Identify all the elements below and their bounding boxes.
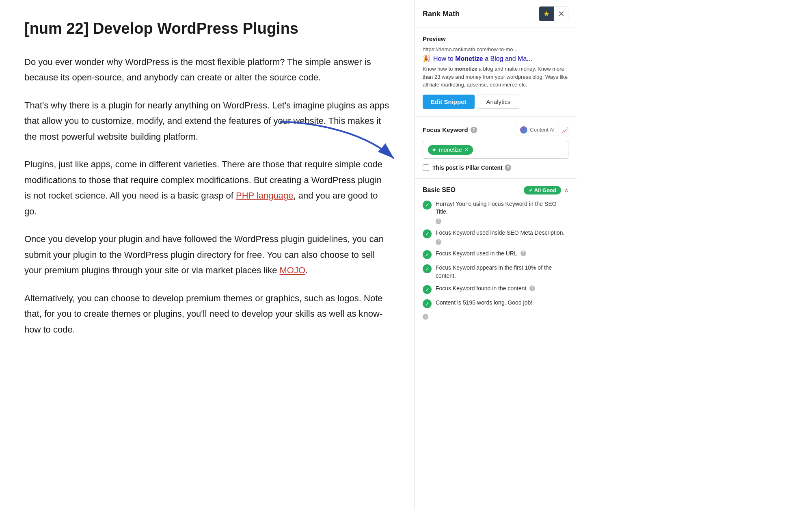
focus-keyword-label: Focus Keyword ? [423,126,477,133]
preview-description: Know how to monetize a blog and make mon… [423,65,568,89]
sidebar-header-left: Rank Math [423,10,460,18]
close-icon: ✕ [558,9,565,19]
basic-seo-header[interactable]: Basic SEO ✓ All Good ∧ [423,186,568,194]
basic-seo-header-right: ✓ All Good ∧ [524,186,568,194]
collapse-icon: ∧ [564,187,568,193]
pillar-help-icon[interactable]: ? [505,164,511,171]
focus-keyword-actions: Content AI 📈 [516,124,568,136]
preview-title-bold: Monetize [455,55,483,62]
seo-check-3: ✓ Focus Keyword used in the URL. ? [423,250,568,259]
paragraph-2: That's why there is a plugin for nearly … [24,98,390,145]
content-ai-icon [520,126,527,134]
focus-keyword-help-icon[interactable]: ? [471,127,477,133]
seo-check-1: ✓ Hurray! You're using Focus Keyword in … [423,200,568,224]
trend-icon: 📈 [561,127,568,133]
star-icon: ★ [543,9,550,18]
content-ai-button[interactable]: Content AI [516,124,559,136]
main-content: [num 22] Develop WordPress Plugins Do yo… [0,0,414,510]
pillar-content-row: This post is Pillar Content ? [423,164,568,171]
keyword-input-area[interactable]: ★ monetize ✕ [423,141,568,159]
preview-url: https://demo.rankmath.com/how-to-mo... [423,46,568,52]
check-help-3[interactable]: ? [520,251,526,256]
paragraph-4: Once you develop your plugin and have fo… [24,231,390,279]
check-text-5: Focus Keyword found in the content. ? [436,285,535,293]
preview-buttons: Edit Snippet Analytics [423,95,568,109]
check-help-1[interactable]: ? [436,218,441,224]
paragraph-1: Do you ever wonder why WordPress is the … [24,54,390,86]
check-text-1: Hurray! You're using Focus Keyword in th… [436,200,568,224]
check-icon-6: ✓ [423,299,432,308]
seo-check-5: ✓ Focus Keyword found in the content. ? [423,285,568,294]
check-icon-4: ✓ [423,264,432,273]
post-title: [num 22] Develop WordPress Plugins [24,19,390,38]
all-good-badge: ✓ All Good [524,186,561,194]
check-help-5[interactable]: ? [529,285,535,291]
basic-seo-title: Basic SEO [423,186,456,194]
preview-title-text: How to Monetize a Blog and Ma... [433,55,532,63]
rank-math-sidebar: Rank Math ★ ✕ Preview https://demo.rankm… [414,0,577,510]
star-button[interactable]: ★ [539,6,554,21]
preview-desc-bold: monetize [454,66,477,72]
keyword-remove-icon[interactable]: ✕ [464,147,469,153]
close-button[interactable]: ✕ [554,6,568,21]
seo-checks: ✓ Hurray! You're using Focus Keyword in … [423,200,568,309]
check-text-2: Focus Keyword used inside SEO Meta Descr… [436,229,568,245]
header-buttons: ★ ✕ [539,6,568,21]
seo-check-2: ✓ Focus Keyword used inside SEO Meta Des… [423,229,568,245]
check-text-4: Focus Keyword appears in the first 10% o… [436,264,568,280]
sidebar-title: Rank Math [423,10,460,18]
sidebar-header: Rank Math ★ ✕ [415,0,577,28]
keyword-star-icon: ★ [432,147,436,153]
check-help-2[interactable]: ? [436,239,441,245]
post-body: Do you ever wonder why WordPress is the … [24,54,390,338]
php-language-link[interactable]: PHP language [236,190,294,201]
preview-section: Preview https://demo.rankmath.com/how-to… [415,28,577,117]
bottom-help-icon[interactable]: ? [423,314,428,320]
pillar-content-checkbox[interactable] [423,164,429,171]
analytics-button[interactable]: Analytics [478,95,519,109]
bottom-help-area: ? [423,312,568,320]
seo-check-4: ✓ Focus Keyword appears in the first 10%… [423,264,568,280]
check-icon-1: ✓ [423,201,432,210]
check-icon-2: ✓ [423,229,432,238]
pillar-content-label: This post is Pillar Content ? [432,164,511,171]
check-icon-5: ✓ [423,285,432,294]
preview-label: Preview [423,35,568,42]
mojo-link[interactable]: MOJO [280,265,306,275]
check-icon-3: ✓ [423,250,432,259]
basic-seo-section: Basic SEO ✓ All Good ∧ ✓ Hurray! You're … [415,179,577,328]
edit-snippet-button[interactable]: Edit Snippet [423,95,475,109]
check-text-6: Content is 5195 words long. Good job! [436,299,532,307]
keyword-text: monetize [439,147,462,153]
focus-keyword-header: Focus Keyword ? Content AI 📈 [423,124,568,136]
paragraph-5: Alternatively, you can choose to develop… [24,291,390,338]
preview-title: 🎉 How to Monetize a Blog and Ma... [423,55,568,63]
seo-check-6: ✓ Content is 5195 words long. Good job! [423,299,568,308]
focus-keyword-section: Focus Keyword ? Content AI 📈 ★ monetize … [415,117,577,179]
keyword-tag: ★ monetize ✕ [428,145,473,155]
preview-title-emoji: 🎉 [423,55,431,63]
check-text-3: Focus Keyword used in the URL. ? [436,250,526,258]
content-ai-label: Content AI [530,127,555,133]
paragraph-3: Plugins, just like apps, come in differe… [24,157,390,219]
